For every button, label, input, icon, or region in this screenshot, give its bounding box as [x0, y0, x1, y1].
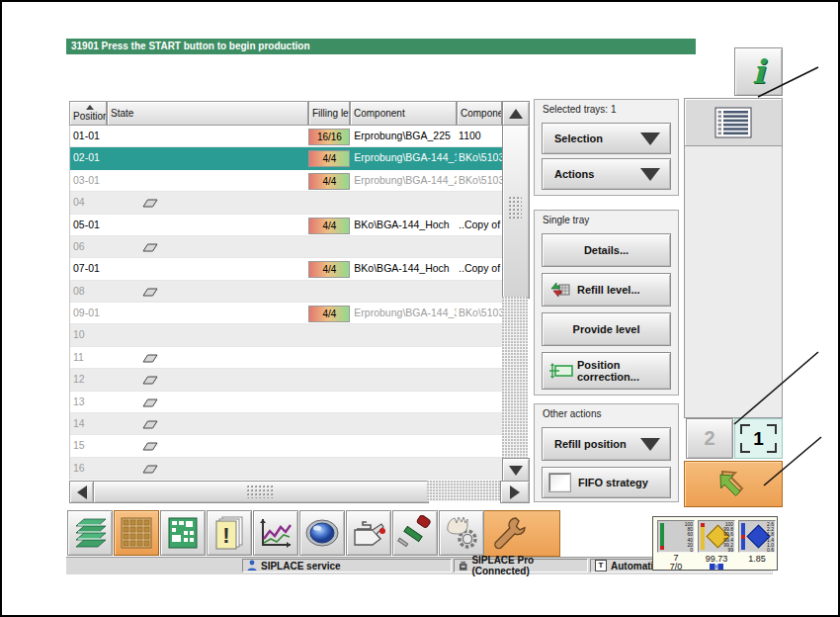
toolbar-button-vision[interactable] [299, 510, 345, 556]
table-row[interactable]: 01-01 16/16 Erprobung\BGA_225 1100 [70, 126, 502, 147]
cell-component-2 [457, 324, 502, 345]
cell-filling-level: 4/4 [308, 147, 350, 169]
cell-state [108, 215, 309, 235]
return-button[interactable] [684, 461, 783, 507]
page-button-1[interactable]: 1 [734, 418, 783, 459]
view-tab-list[interactable] [684, 98, 783, 146]
table-row[interactable]: 14 [70, 413, 502, 435]
cell-component [350, 413, 457, 434]
scroll-down-icon [509, 466, 523, 476]
empty-tray-icon [141, 419, 159, 429]
hscroll-thumb[interactable] [93, 481, 429, 503]
vscroll-thumb[interactable] [502, 125, 530, 299]
toolbar-button-tray-setup[interactable] [114, 510, 159, 556]
cell-position: 14 [70, 413, 108, 434]
filling-level-badge: 4/4 [308, 150, 350, 167]
table-row[interactable]: 10 [70, 324, 502, 346]
table-row[interactable]: 05-01 4/4 BKo\BGA-144_Hoch ..Copy of 51 [70, 215, 502, 236]
dropdown-arrow-icon [640, 168, 660, 181]
column-header-component-2[interactable]: Component [457, 101, 502, 126]
table-row[interactable]: 06 [70, 236, 502, 258]
selected-trays-label: Selected trays: 1 [535, 100, 678, 115]
cell-component [350, 347, 457, 368]
empty-tray-icon [141, 198, 159, 208]
cell-state [108, 324, 309, 345]
details-button[interactable]: Details... [542, 233, 671, 267]
return-arrow-icon [716, 469, 750, 500]
refill-position-dropdown[interactable]: Refill position [542, 427, 671, 461]
toolbar-button-service[interactable] [485, 510, 531, 556]
chart-icon [257, 515, 294, 551]
toolbar-button-maintenance[interactable] [346, 510, 391, 556]
selection-dropdown[interactable]: Selection [542, 123, 671, 154]
scroll-down-button[interactable] [502, 458, 530, 483]
cell-state [108, 281, 309, 302]
cell-component: Erprobung\BGA-144_2 [350, 170, 457, 191]
refill-level-button[interactable]: Refill level... [542, 273, 671, 307]
table-row[interactable]: 07-01 4/4 BKo\BGA-144_Hoch ..Copy of 51 [70, 258, 502, 280]
table-row[interactable]: 15 [70, 435, 502, 457]
sidebar-panel [684, 146, 783, 418]
toolbar-button-pcb-programs[interactable] [160, 510, 206, 556]
cell-component [350, 369, 457, 390]
cell-state [108, 392, 309, 412]
cell-filling-level [308, 369, 350, 390]
vscroll-track[interactable] [502, 297, 528, 458]
table-row[interactable]: 13 [70, 392, 502, 413]
cell-component: BKo\BGA-144_Hoch [350, 258, 457, 279]
cell-component-2 [457, 458, 502, 479]
cell-component [350, 324, 457, 345]
cell-state [108, 170, 309, 191]
grip-dots-icon [509, 197, 522, 219]
table-row[interactable]: 09-01 4/4 Erprobung\BGA-144_3 BKo\5103 [70, 303, 502, 324]
filling-level-badge: 16/16 [308, 129, 350, 145]
table-row[interactable]: 04 [70, 192, 502, 214]
toolbar-button-manual-setup[interactable] [439, 510, 484, 556]
focus-corner [767, 424, 777, 434]
cell-state [108, 413, 309, 434]
page-button-2[interactable]: 2 [686, 418, 733, 459]
toolbar-button-statistics[interactable] [253, 510, 298, 556]
cell-position: 16 [70, 458, 108, 479]
message-bar: 31901 Press the START button to begin pr… [66, 39, 696, 54]
table-row[interactable]: 11 [70, 347, 502, 369]
fifo-strategy-checkbox[interactable]: FIFO strategy [542, 467, 671, 498]
filling-level-badge: 4/4 [308, 173, 350, 190]
cell-position: 03-01 [70, 170, 108, 191]
actions-dropdown[interactable]: Actions [542, 158, 671, 190]
table-row[interactable]: 03-01 4/4 Erprobung\BGA-144_2 BKo\5103 [70, 170, 502, 192]
hscroll-track[interactable] [427, 481, 500, 501]
cell-component: Erprobung\BGA_225 [350, 126, 457, 146]
info-button[interactable]: i [734, 47, 783, 96]
fifo-checkbox-box[interactable] [549, 474, 570, 491]
toolbar-button-tray-stack[interactable] [67, 510, 113, 556]
scroll-right-button[interactable] [500, 481, 530, 503]
tray-matrix-icon [119, 515, 154, 551]
cell-state [108, 303, 309, 323]
filling-level-badge: 4/4 [308, 306, 350, 322]
column-header-position[interactable]: Position [69, 101, 107, 126]
table-row[interactable]: 08 [70, 281, 502, 303]
cell-component-2: 1100 [457, 126, 502, 146]
provide-level-button[interactable]: Provide level [542, 312, 671, 346]
cell-filling-level [308, 281, 350, 302]
position-correction-button[interactable]: Position correction... [542, 352, 671, 390]
cell-state [108, 147, 309, 169]
toolbar-button-repair-tools[interactable] [392, 510, 438, 556]
cell-position: 06 [70, 236, 108, 257]
scroll-up-button[interactable] [502, 101, 530, 127]
empty-tray-icon [141, 242, 159, 252]
toolbar-button-error-messages[interactable]: ! [207, 510, 252, 556]
cell-state [108, 458, 309, 479]
column-header-component[interactable]: Component [350, 101, 457, 126]
column-header-state[interactable]: State [107, 101, 308, 126]
cell-filling-level [308, 413, 350, 434]
table-row[interactable]: 02-01 4/4 Erprobung\BGA-144_1 BKo\5103 [70, 147, 502, 169]
column-header-filling-level[interactable]: Filling level [308, 101, 350, 126]
scroll-left-button[interactable] [69, 481, 94, 503]
table-row[interactable]: 12 [70, 369, 502, 391]
table-row[interactable]: 16 [70, 458, 502, 480]
cell-state [108, 435, 309, 456]
cell-component [350, 281, 457, 302]
gauge-panel[interactable]: 1008060 40200 10099.899.6 99.499.299 2.6… [652, 516, 778, 571]
